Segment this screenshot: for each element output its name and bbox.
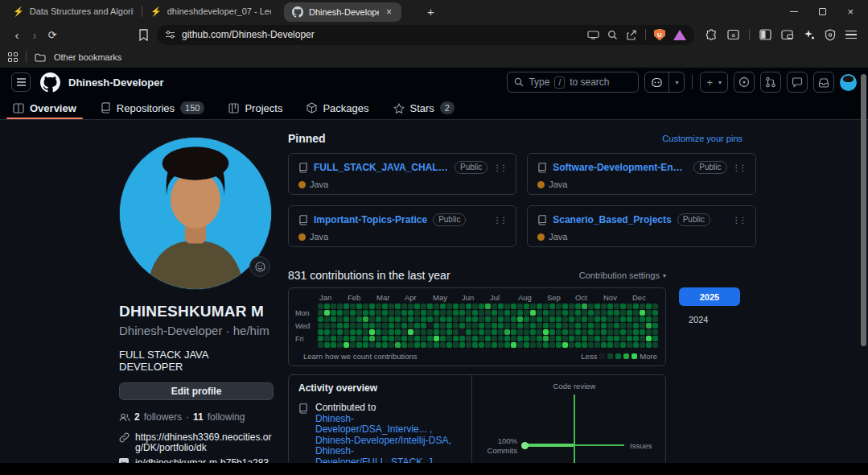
contribution-cell[interactable] bbox=[543, 336, 549, 341]
contribution-cell[interactable] bbox=[620, 316, 626, 322]
contribution-cell[interactable] bbox=[376, 336, 381, 341]
contribution-cell[interactable] bbox=[485, 336, 491, 341]
repo-link[interactable]: Important-Topics-Pratice bbox=[314, 214, 427, 225]
contribution-cell[interactable] bbox=[582, 310, 587, 316]
contribution-cell[interactable] bbox=[614, 336, 619, 341]
drag-handle-icon[interactable]: ⋮⋮ bbox=[733, 216, 746, 225]
contribution-cell[interactable] bbox=[401, 323, 407, 328]
contribution-cell[interactable] bbox=[633, 342, 639, 348]
repo-link[interactable]: FULL_STACK_JAVA_CHALLENGE_DK bbox=[314, 162, 449, 173]
contribution-cell[interactable] bbox=[395, 323, 401, 328]
header-username[interactable]: Dhinesh-Developer bbox=[68, 76, 163, 89]
contribution-cell[interactable] bbox=[562, 323, 568, 328]
drag-handle-icon[interactable]: ⋮⋮ bbox=[493, 216, 506, 225]
contribution-cell[interactable] bbox=[421, 342, 426, 348]
contribution-cell[interactable] bbox=[421, 310, 426, 316]
contribution-cell[interactable] bbox=[569, 316, 574, 322]
contribution-cell[interactable] bbox=[324, 329, 330, 335]
page-scrollbar[interactable] bbox=[861, 74, 866, 346]
contribution-cell[interactable] bbox=[646, 310, 652, 316]
contribution-cell[interactable] bbox=[440, 336, 446, 341]
contribution-cell[interactable] bbox=[582, 323, 587, 328]
contribution-cell[interactable] bbox=[607, 329, 613, 335]
contribution-cell[interactable] bbox=[376, 304, 381, 309]
contribution-cell[interactable] bbox=[627, 329, 632, 335]
contribution-cell[interactable] bbox=[479, 323, 484, 328]
contribution-cell[interactable] bbox=[524, 310, 529, 316]
copilot-menu-caret-icon[interactable]: ▾ bbox=[668, 72, 684, 92]
contribution-cell[interactable] bbox=[389, 316, 394, 322]
contribution-cell[interactable] bbox=[569, 310, 574, 316]
contribution-cell[interactable] bbox=[382, 304, 388, 309]
contribution-cell[interactable] bbox=[331, 342, 336, 348]
split-screen-icon[interactable] bbox=[759, 29, 771, 40]
contribution-cell[interactable] bbox=[414, 329, 420, 335]
contribution-cell[interactable] bbox=[582, 342, 587, 348]
contribution-cell[interactable] bbox=[575, 316, 581, 322]
contribution-cell[interactable] bbox=[472, 323, 478, 328]
contribution-cell[interactable] bbox=[479, 304, 484, 309]
contribution-cell[interactable] bbox=[633, 304, 639, 309]
contribution-cell[interactable] bbox=[337, 323, 343, 328]
contribution-cell[interactable] bbox=[356, 304, 362, 309]
contribution-cell[interactable] bbox=[408, 336, 413, 341]
contribution-cell[interactable] bbox=[614, 316, 619, 322]
contribution-cell[interactable] bbox=[472, 329, 478, 335]
contribution-cell[interactable] bbox=[427, 329, 433, 335]
count-contributions-link[interactable]: Learn how we count contributions bbox=[303, 352, 418, 361]
contribution-cell[interactable] bbox=[376, 342, 381, 348]
contribution-cell[interactable] bbox=[543, 329, 549, 335]
contribution-cell[interactable] bbox=[350, 342, 356, 348]
contribution-cell[interactable] bbox=[318, 316, 323, 322]
contribution-cell[interactable] bbox=[594, 342, 600, 348]
edit-profile-button[interactable]: Edit profile bbox=[119, 382, 274, 400]
contribution-cell[interactable] bbox=[382, 336, 388, 341]
contribution-cell[interactable] bbox=[620, 329, 626, 335]
contribution-cell[interactable] bbox=[537, 304, 542, 309]
contribution-cell[interactable] bbox=[350, 336, 356, 341]
contribution-cell[interactable] bbox=[427, 316, 433, 322]
contribution-cell[interactable] bbox=[556, 329, 562, 335]
contribution-cell[interactable] bbox=[363, 316, 368, 322]
contribution-cell[interactable] bbox=[389, 323, 394, 328]
contribution-cell[interactable] bbox=[620, 336, 626, 341]
contribution-cell[interactable] bbox=[549, 304, 555, 309]
contribution-cell[interactable] bbox=[504, 336, 510, 341]
zoom-icon[interactable] bbox=[607, 30, 618, 40]
contribution-cell[interactable] bbox=[620, 342, 626, 348]
contribution-cell[interactable] bbox=[594, 310, 600, 316]
restore-icon[interactable] bbox=[819, 8, 826, 15]
contribution-cell[interactable] bbox=[453, 310, 459, 316]
contribution-cell[interactable] bbox=[363, 329, 368, 335]
contribution-cell[interactable] bbox=[601, 342, 607, 348]
contribution-cell[interactable] bbox=[627, 336, 632, 341]
contribution-cell[interactable] bbox=[356, 310, 362, 316]
contribution-cell[interactable] bbox=[401, 304, 407, 309]
copilot-icon[interactable] bbox=[645, 72, 668, 92]
site-permissions-icon[interactable] bbox=[165, 30, 175, 39]
contribution-cell[interactable] bbox=[652, 336, 658, 341]
contribution-cell[interactable] bbox=[369, 329, 375, 335]
contribution-cell[interactable] bbox=[485, 310, 491, 316]
contribution-cell[interactable] bbox=[343, 310, 349, 316]
contribution-cell[interactable] bbox=[607, 323, 613, 328]
contribution-cell[interactable] bbox=[588, 316, 594, 322]
contribution-cell[interactable] bbox=[530, 316, 536, 322]
contribution-cell[interactable] bbox=[337, 342, 343, 348]
contribution-cell[interactable] bbox=[389, 310, 394, 316]
contribution-cell[interactable] bbox=[556, 316, 562, 322]
contribution-cell[interactable] bbox=[511, 310, 516, 316]
contribution-cell[interactable] bbox=[562, 304, 568, 309]
contribution-cell[interactable] bbox=[343, 304, 349, 309]
contribution-cell[interactable] bbox=[324, 323, 330, 328]
contribution-cell[interactable] bbox=[633, 323, 639, 328]
issues-icon[interactable] bbox=[734, 72, 755, 93]
contribution-cell[interactable] bbox=[549, 342, 555, 348]
contribution-cell[interactable] bbox=[363, 336, 368, 341]
contribution-cell[interactable] bbox=[369, 336, 375, 341]
contribution-cell[interactable] bbox=[434, 329, 439, 335]
contribution-cell[interactable] bbox=[530, 323, 536, 328]
contribution-cell[interactable] bbox=[633, 310, 639, 316]
contribution-cell[interactable] bbox=[640, 323, 645, 328]
contribution-cell[interactable] bbox=[588, 304, 594, 309]
